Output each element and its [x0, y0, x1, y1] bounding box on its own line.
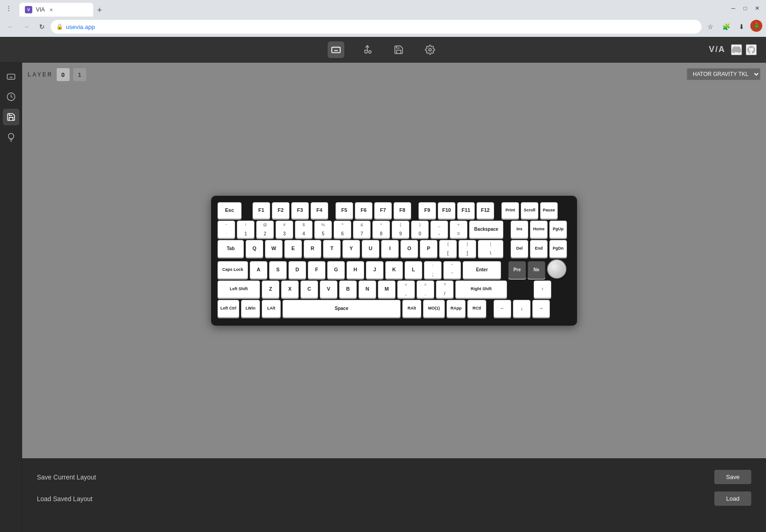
key-lwin[interactable]: LWin: [241, 300, 260, 317]
key-y[interactable]: Y: [342, 240, 360, 257]
key-slash[interactable]: ?/: [436, 281, 454, 298]
key-w[interactable]: W: [265, 240, 283, 257]
discord-btn[interactable]: [731, 44, 742, 55]
key-rapp[interactable]: RApp: [447, 300, 465, 317]
key-d[interactable]: D: [289, 261, 306, 279]
key-print[interactable]: Print: [501, 202, 519, 219]
key-ralt[interactable]: RAlt: [402, 300, 421, 317]
key-up[interactable]: ↑: [534, 281, 551, 298]
key-4[interactable]: $4: [295, 221, 312, 238]
forward-btn[interactable]: →: [19, 20, 33, 34]
load-button[interactable]: Load: [714, 491, 751, 506]
key-capslock[interactable]: Caps Lock: [218, 261, 248, 279]
key-6[interactable]: ^6: [334, 221, 351, 238]
key-quote[interactable]: "': [443, 261, 461, 279]
key-v[interactable]: V: [320, 281, 337, 298]
key-f11[interactable]: F11: [457, 202, 475, 219]
key-left-shift[interactable]: Left Shift: [218, 281, 260, 298]
key-esc[interactable]: Esc: [218, 202, 242, 219]
key-2[interactable]: @2: [256, 221, 274, 238]
key-home[interactable]: Home: [530, 221, 548, 238]
key-0[interactable]: )0: [411, 221, 429, 238]
key-lalt[interactable]: LAlt: [262, 300, 281, 317]
key-7[interactable]: &7: [353, 221, 371, 238]
key-8[interactable]: *8: [372, 221, 390, 238]
volume-knob[interactable]: [547, 259, 566, 279]
key-u[interactable]: U: [362, 240, 379, 257]
maximize-btn[interactable]: □: [740, 3, 750, 13]
key-q[interactable]: Q: [246, 240, 263, 257]
save-button[interactable]: Save: [714, 470, 751, 484]
keyboard-selector[interactable]: HATOR GRAVITY TKL: [687, 68, 760, 80]
key-backslash[interactable]: |\: [478, 240, 503, 257]
key-f6[interactable]: F6: [355, 202, 372, 219]
key-scroll[interactable]: Scroll: [521, 202, 538, 219]
nav-settings-btn[interactable]: [422, 41, 438, 58]
key-left-ctrl[interactable]: Left Ctrl: [218, 300, 239, 317]
key-a[interactable]: A: [250, 261, 267, 279]
key-l[interactable]: L: [405, 261, 422, 279]
key-c[interactable]: C: [301, 281, 318, 298]
profile-menu-btn[interactable]: ⋮: [4, 3, 14, 13]
key-b[interactable]: B: [339, 281, 357, 298]
key-next[interactable]: Ne: [528, 261, 545, 279]
sidebar-macros-btn[interactable]: [3, 88, 19, 105]
key-5[interactable]: %5: [314, 221, 332, 238]
back-btn[interactable]: ←: [4, 20, 18, 34]
key-insert[interactable]: Ins: [511, 221, 528, 238]
key-right[interactable]: →: [532, 300, 550, 317]
key-s[interactable]: S: [269, 261, 287, 279]
key-f4[interactable]: F4: [311, 202, 328, 219]
github-btn[interactable]: [746, 44, 757, 55]
key-t[interactable]: T: [323, 240, 341, 257]
key-h[interactable]: H: [347, 261, 364, 279]
key-pgdn[interactable]: PgDn: [549, 240, 567, 257]
sidebar-save-btn[interactable]: [3, 109, 19, 125]
address-bar[interactable]: 🔒 usevia.app: [51, 20, 701, 34]
key-k[interactable]: K: [385, 261, 403, 279]
key-i[interactable]: I: [381, 240, 399, 257]
key-n[interactable]: N: [359, 281, 376, 298]
key-o[interactable]: O: [401, 240, 418, 257]
nav-usb-btn[interactable]: [359, 41, 376, 58]
key-backspace[interactable]: Backspace: [469, 221, 503, 238]
sidebar-lighting-btn[interactable]: [3, 129, 19, 146]
key-left[interactable]: ←: [494, 300, 511, 317]
key-pause[interactable]: Pause: [540, 202, 558, 219]
bookmark-btn[interactable]: ☆: [703, 20, 717, 34]
key-f[interactable]: F: [308, 261, 325, 279]
key-e[interactable]: E: [284, 240, 302, 257]
key-f8[interactable]: F8: [394, 202, 411, 219]
nav-keyboard-btn[interactable]: [328, 41, 344, 58]
minimize-btn[interactable]: ─: [728, 3, 738, 13]
key-f1[interactable]: F1: [253, 202, 270, 219]
key-x[interactable]: X: [281, 281, 299, 298]
key-rctl[interactable]: RCtl: [467, 300, 486, 317]
key-9[interactable]: (9: [392, 221, 409, 238]
sidebar-keyboard-btn[interactable]: [3, 68, 19, 85]
key-f12[interactable]: F12: [477, 202, 494, 219]
key-m[interactable]: M: [378, 281, 395, 298]
active-tab[interactable]: V VIA ✕: [19, 3, 93, 17]
key-mo1[interactable]: MO(1): [423, 300, 445, 317]
key-equal[interactable]: +=: [450, 221, 467, 238]
key-z[interactable]: Z: [262, 281, 279, 298]
key-j[interactable]: J: [366, 261, 383, 279]
key-semicolon[interactable]: :;: [424, 261, 442, 279]
key-f3[interactable]: F3: [291, 202, 309, 219]
layer-1-btn[interactable]: 1: [73, 68, 86, 81]
refresh-btn[interactable]: ↻: [35, 20, 49, 34]
key-p[interactable]: P: [420, 240, 437, 257]
key-pre[interactable]: Pre: [508, 261, 526, 279]
key-minus[interactable]: _-: [430, 221, 448, 238]
key-end[interactable]: End: [530, 240, 548, 257]
key-f5[interactable]: F5: [336, 202, 353, 219]
key-down[interactable]: ↓: [513, 300, 530, 317]
profile-avatar[interactable]: 🎄: [750, 20, 762, 32]
download-btn[interactable]: ⬇: [735, 20, 748, 34]
key-f10[interactable]: F10: [438, 202, 455, 219]
key-space[interactable]: Space: [283, 300, 401, 317]
key-pgup[interactable]: PgUp: [549, 221, 567, 238]
key-3[interactable]: #3: [276, 221, 293, 238]
key-rbracket[interactable]: }]: [459, 240, 476, 257]
